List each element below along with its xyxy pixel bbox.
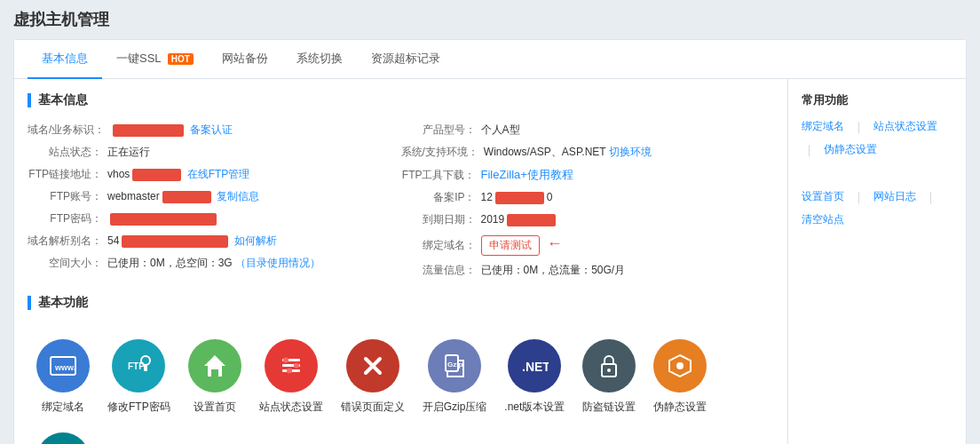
tab-resource[interactable]: 资源超标记录 [357,40,454,79]
sidebar-link-site-status[interactable]: 站点状态设置 [873,119,937,135]
func-static-set-icon [653,339,707,392]
func-error-page[interactable]: 错误页面定义 [341,339,405,415]
sidebar-link-bind-domain[interactable]: 绑定域名 [802,119,844,135]
ftp-pwd-row: FTP密码： [28,208,401,230]
func-set-homepage-icon [188,339,241,392]
ftp-addr-redacted [132,169,181,181]
system-label: 系统/支持环境： [401,145,484,160]
tab-ssl[interactable]: 一键SSL HOT [102,40,208,79]
ftp-tool-label: FTP工具下载： [401,168,481,183]
tab-switch[interactable]: 系统切换 [282,40,357,79]
ftp-addr-row: FTP链接地址： vhos 在线FTP管理 [28,163,401,186]
svg-point-10 [294,363,299,369]
ftp-account-redacted [162,191,211,203]
func-site-status-label: 站点状态设置 [259,400,323,415]
ftp-manage-link[interactable]: 在线FTP管理 [187,168,250,180]
func-bind-domain-label: 绑定域名 [42,400,84,415]
domain-alias-row: 域名解析别名： 54 如何解析 [28,230,401,252]
space-label: 空间大小： [28,256,107,271]
func-set-homepage-label: 设置首页 [194,400,236,415]
domain-row: 域名/业务标识： 备案认证 [28,119,401,141]
func-site-status-set[interactable]: 站点状态设置 [259,339,323,415]
traffic-row: 流量信息： 已使用：0M，总流量：50G/月 [401,259,775,281]
func-error-page-label: 错误页面定义 [341,400,405,415]
domain-alias-redacted [122,235,228,248]
sidebar-link-settings-home[interactable]: 设置首页 [802,189,844,205]
sidebar-links-row2: 设置首页 ｜ 网站日志 ｜ 清空站点 [802,189,952,227]
product-label: 产品型号： [401,123,481,138]
sidebar-title: 常用功能 [802,92,952,108]
ftp-tool-row: FTP工具下载： FileZilla+使用教程 [401,163,775,186]
basic-functions-header: 基本功能 [28,295,774,311]
arrow-indicator: ← [547,234,563,252]
func-bind-domain-icon: www. [36,339,90,392]
sidebar-link-static[interactable]: 伪静态设置 [824,142,877,158]
ftp-addr-label: FTP链接地址： [28,167,107,182]
domain-label: 域名/业务标识： [28,123,110,138]
sidebar-link-site-log[interactable]: 网站日志 [873,189,916,205]
domain-redacted [113,124,184,137]
ftp-copy-link[interactable]: 复制信息 [217,190,259,202]
func-dotnet[interactable]: .NET .net版本设置 [504,339,565,415]
func-ftp-password-icon: FTP [112,339,165,392]
basic-info-title: 基本信息 [38,92,88,108]
sidebar: 常用功能 绑定域名 ｜ 站点状态设置 ｜ 伪静态设置 设置首页 ｜ 网站日志 ｜… [788,79,966,444]
domain-alias-label: 域名解析别名： [28,234,107,249]
tab-basic[interactable]: 基本信息 [28,40,102,79]
record-ip-label: 备案IP： [401,190,481,205]
svg-text:Gzip: Gzip [447,361,462,369]
section-bar [28,93,31,107]
func-static-set[interactable]: 伪静态设置 [653,339,707,415]
sidebar-link-clear-site[interactable]: 清空站点 [802,212,844,227]
resolve-link[interactable]: 如何解析 [234,234,277,247]
func-spider-icon [36,432,90,444]
bind-domain-row: 绑定域名： 申请测试 ← [401,231,775,259]
system-row: 系统/支持环境： Windows/ASP、ASP.NET 切换环境 [401,141,775,163]
func-dotnet-label: .net版本设置 [504,400,565,415]
traffic-label: 流量信息： [401,263,481,278]
svg-point-18 [607,369,611,372]
func-ftp-password[interactable]: FTP 修改FTP密码 [107,339,170,415]
product-value: 个人A型 [481,123,520,138]
expire-label: 到期日期： [401,212,481,227]
ftp-account-label: FTP账号： [28,189,107,204]
switch-env-link[interactable]: 切换环境 [609,146,652,158]
ftp-tool-link[interactable]: FileZilla+使用教程 [481,167,573,183]
expire-row: 到期日期： 2019 [401,209,775,231]
traffic-value: 已使用：0M，总流量：50G/月 [481,263,626,278]
func-spider[interactable]: 生成探针 [36,432,90,444]
space-row: 空间大小： 已使用：0M，总空间：3G （目录使用情况） [28,252,401,274]
ftp-pwd-redacted [110,213,217,226]
svg-point-19 [676,362,684,369]
apply-test-button[interactable]: 申请测试 [481,235,540,256]
func-set-homepage[interactable]: 设置首页 [188,339,241,415]
record-link[interactable]: 备案认证 [190,123,233,136]
sidebar-links-row1: 绑定域名 ｜ 站点状态设置 ｜ 伪静态设置 [802,119,952,158]
func-gzip[interactable]: Gzip 开启Gzip压缩 [423,339,487,415]
func-site-status-icon [265,339,318,392]
ftp-pwd-label: FTP密码： [28,211,107,226]
func-gzip-label: 开启Gzip压缩 [423,400,487,415]
func-anti-leech-label: 防盗链设置 [582,400,636,415]
ssl-badge: HOT [168,53,194,65]
func-bind-domain[interactable]: www. 绑定域名 [36,339,90,415]
basic-functions-title: 基本功能 [38,295,88,311]
svg-text:.NET: .NET [522,360,549,374]
site-status-value: 正在运行 [107,145,150,160]
function-icons-grid: www. 绑定域名 FTP [28,321,774,444]
basic-info-header: 基本信息 [28,92,774,108]
func-anti-leech[interactable]: 防盗链设置 [582,339,636,415]
space-link[interactable]: （目录使用情况） [235,257,320,269]
bind-domain-label: 绑定域名： [401,238,481,253]
tab-backup[interactable]: 网站备份 [208,40,282,79]
record-ip-row: 备案IP： 120 [401,186,775,209]
page-title: 虚拟主机管理 [13,9,967,30]
info-grid: 域名/业务标识： 备案认证 站点状态： 正在运行 [28,119,774,281]
ftp-account-row: FTP账号： webmaster 复制信息 [28,186,401,208]
func-static-set-label: 伪静态设置 [653,400,707,415]
svg-point-3 [141,356,150,365]
svg-marker-5 [204,355,225,377]
svg-text:www.: www. [54,363,75,372]
basic-functions-section: 基本功能 www. 绑定域名 [28,295,774,444]
tabs-bar: 基本信息 一键SSL HOT 网站备份 系统切换 资源超标记录 [14,40,966,79]
